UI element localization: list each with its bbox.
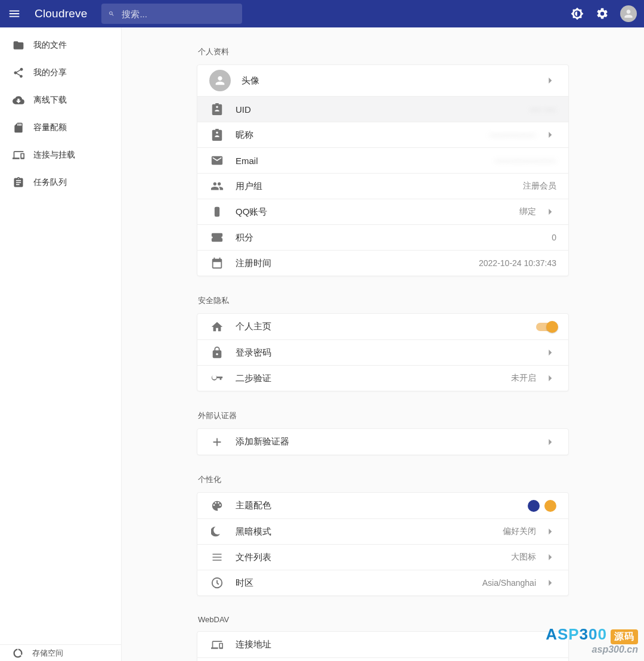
row-label: 昵称 <box>236 129 253 141</box>
ticket-icon <box>209 230 225 245</box>
calendar-icon <box>209 255 225 271</box>
row-label: 黑暗模式 <box>236 526 271 538</box>
row-value: 绑定 <box>519 206 536 217</box>
badge-icon <box>209 127 225 143</box>
row-nickname[interactable]: 昵称 ················ <box>197 122 568 147</box>
row-label: 积分 <box>236 232 253 243</box>
row-password[interactable]: 登录密码 <box>197 339 568 365</box>
row-label: 连接地址 <box>236 639 271 650</box>
search-input[interactable] <box>122 9 235 19</box>
chevron-right-icon <box>543 372 556 385</box>
watermark: ASP300源码 asp300.cn <box>546 625 638 655</box>
settings-button[interactable] <box>595 7 609 21</box>
chevron-right-icon <box>543 551 556 564</box>
sd-storage-icon <box>12 121 25 134</box>
row-value: ················ <box>490 130 536 140</box>
home-icon <box>209 319 225 335</box>
chevron-right-icon <box>543 205 556 218</box>
row-value: 2022-10-24 10:37:43 <box>479 258 556 268</box>
row-label: 二步验证 <box>236 373 271 384</box>
toggle-switch[interactable] <box>536 323 556 331</box>
row-timezone[interactable]: 时区 Asia/Shanghai <box>197 570 568 595</box>
chevron-right-icon <box>543 576 556 589</box>
list-icon <box>209 549 225 565</box>
sidebar-item-mount[interactable]: 连接与挂载 <box>0 142 121 168</box>
data-usage-icon <box>12 647 24 659</box>
chevron-right-icon <box>543 435 556 449</box>
dark-mode-toggle[interactable] <box>570 7 584 21</box>
folder-icon <box>12 39 25 52</box>
plus-icon <box>209 434 225 450</box>
row-group: 用户组 注册会员 <box>197 173 568 199</box>
row-value: 注册会员 <box>523 181 556 191</box>
row-value: Asia/Shanghai <box>482 578 536 588</box>
email-icon <box>209 153 225 168</box>
sidebar-storage-label: 存储空间 <box>32 648 63 659</box>
svg-rect-0 <box>215 207 219 217</box>
chevron-right-icon <box>543 525 556 538</box>
sidebar-item-label: 我的文件 <box>33 40 67 51</box>
sidebar-item-my-files[interactable]: 我的文件 <box>0 32 121 58</box>
row-add-authenticator[interactable]: 添加新验证器 <box>197 429 568 455</box>
row-label: 添加新验证器 <box>236 436 289 447</box>
row-theme[interactable]: 主题配色 <box>197 493 568 518</box>
theme-color-dot[interactable] <box>544 500 556 512</box>
clock-icon <box>209 575 225 591</box>
moon-icon <box>209 524 225 539</box>
row-value: 0 <box>552 233 556 242</box>
row-label: 个人主页 <box>236 321 271 332</box>
row-avatar[interactable]: 头像 <box>197 65 568 96</box>
sidebar-item-label: 离线下载 <box>33 95 67 106</box>
brightness-icon <box>571 7 584 20</box>
sidebar-item-label: 连接与挂载 <box>33 150 75 160</box>
search-box[interactable] <box>101 4 242 24</box>
sidebar-item-label: 我的分享 <box>33 67 67 78</box>
row-value: ···· ···· <box>530 104 556 114</box>
row-file-list[interactable]: 文件列表 大图标 <box>197 544 568 570</box>
sidebar-item-label: 容量配额 <box>33 122 67 133</box>
row-label: 头像 <box>242 75 259 87</box>
devices-icon <box>12 149 25 162</box>
sidebar-item-quota[interactable]: 容量配额 <box>0 115 121 141</box>
sidebar-item-my-shares[interactable]: 我的分享 <box>0 60 121 86</box>
row-webdav-url[interactable]: 连接地址 <box>197 632 568 657</box>
sidebar-storage[interactable]: 存储空间 <box>0 644 121 661</box>
person-icon <box>623 8 634 20</box>
row-webdav-user[interactable]: 用户名 <box>197 657 568 661</box>
chevron-right-icon <box>543 74 556 87</box>
row-two-factor[interactable]: 二步验证 未开启 <box>197 365 568 391</box>
watermark-site: asp300.cn <box>546 644 638 655</box>
section-title-security: 安全隐私 <box>198 295 569 306</box>
row-register-time: 注册时间 2022-10-24 10:37:43 <box>197 250 568 276</box>
row-label: 用户组 <box>236 181 262 192</box>
row-value: 未开启 <box>511 373 536 384</box>
gear-icon <box>596 7 609 20</box>
menu-button[interactable] <box>7 7 21 21</box>
row-homepage[interactable]: 个人主页 <box>197 314 568 339</box>
row-label: 时区 <box>236 577 253 589</box>
card-authn: 添加新验证器 <box>197 428 569 455</box>
card-personalize: 主题配色 黑暗模式 偏好关闭 文件列表 大图标 <box>197 492 569 596</box>
theme-color-dot[interactable] <box>528 500 540 512</box>
row-qq[interactable]: QQ账号 绑定 <box>197 199 568 224</box>
section-title-personalize: 个性化 <box>198 474 569 485</box>
app-title: Cloudreve <box>35 7 87 20</box>
watermark-tag: 源码 <box>611 629 638 644</box>
assignment-icon <box>12 176 25 189</box>
card-security: 个人主页 登录密码 二步验证 未开启 <box>197 313 569 391</box>
sidebar: 我的文件 我的分享 离线下载 容量配额 连接与挂载 任务队列 <box>0 27 122 661</box>
devices-icon <box>209 637 225 653</box>
badge-icon <box>209 101 225 117</box>
search-icon <box>109 8 114 20</box>
topbar: Cloudreve <box>0 0 644 27</box>
section-title-webdav: WebDAV <box>198 615 569 624</box>
sidebar-item-tasks[interactable]: 任务队列 <box>0 169 121 196</box>
row-uid: UID ···· ···· <box>197 96 568 122</box>
sidebar-item-offline-download[interactable]: 离线下载 <box>0 87 121 113</box>
section-title-profile: 个人资料 <box>198 47 569 57</box>
cloud-download-icon <box>12 94 25 107</box>
row-label: QQ账号 <box>236 206 267 218</box>
row-label: 注册时间 <box>236 258 271 269</box>
user-avatar-button[interactable] <box>620 5 637 22</box>
row-dark-mode[interactable]: 黑暗模式 偏好关闭 <box>197 518 568 544</box>
